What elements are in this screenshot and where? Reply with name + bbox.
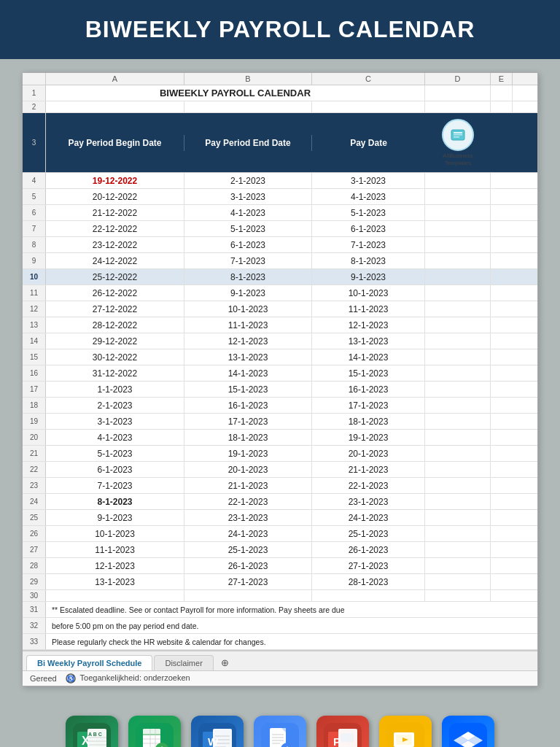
table-row: 8 23-12-2022 6-1-2023 7-1-2023 (23, 237, 537, 253)
cell-end: 22-1-2023 (184, 494, 312, 509)
cell-d (425, 205, 491, 220)
cell-pay: 12-1-2023 (312, 317, 425, 333)
cell-2c (312, 101, 425, 112)
notes-cell: before 5:00 pm on the pay period end dat… (46, 620, 537, 632)
cell-begin: 3-1-2023 (46, 414, 184, 429)
row-num: 32 (23, 618, 46, 633)
gsheets-icon[interactable]: + (128, 716, 181, 747)
cell-begin: 10-1-2023 (46, 526, 184, 541)
cell-d (425, 558, 491, 573)
excel-icon[interactable]: A B C X (66, 716, 118, 747)
cell-pay: 5-1-2023 (312, 205, 425, 220)
page-header: BIWEEKLY PAYROLL CALENDAR (0, 0, 560, 59)
table-row: 27 11-1-2023 25-1-2023 26-1-2023 (23, 542, 537, 558)
notes-row: 32 before 5:00 pm on the pay period end … (23, 618, 537, 634)
row-num: 22 (23, 462, 46, 477)
ppt-icon[interactable]: P (316, 716, 369, 747)
table-row: 9 24-12-2022 7-1-2023 8-1-2023 (23, 253, 537, 269)
tab-add-button[interactable]: ⊕ (215, 655, 235, 670)
gslides-svg (386, 723, 424, 747)
cell-end: 16-1-2023 (184, 398, 312, 413)
row-num: 8 (23, 237, 46, 252)
gdocs-svg: + (261, 723, 299, 747)
logo-icon (449, 126, 467, 144)
svg-text:+: + (284, 744, 289, 747)
cell-begin: 9-1-2023 (46, 510, 184, 525)
cell-d (425, 365, 491, 381)
cell-pay: 16-1-2023 (312, 382, 425, 397)
cell-end: 15-1-2023 (184, 382, 312, 397)
cell-end: 3-1-2023 (184, 189, 312, 204)
row-num: 23 (23, 478, 46, 493)
table-row: 13 28-12-2022 11-1-2023 12-1-2023 (23, 317, 537, 333)
notes-row: 31 ** Escalated deadline. See or contact… (23, 602, 537, 618)
row-num-3: 3 (23, 113, 46, 172)
cell-begin: 2-1-2023 (46, 398, 184, 413)
word-svg: W (198, 723, 236, 747)
cell-begin: 29-12-2022 (46, 333, 184, 349)
cell-end: 26-1-2023 (184, 558, 312, 573)
col-header-e: E (491, 73, 513, 85)
cell-pay: 24-1-2023 (312, 510, 425, 525)
cell-d (425, 253, 491, 268)
dropbox-icon[interactable] (442, 716, 494, 747)
cell-30b (184, 590, 312, 601)
table-row: 23 7-1-2023 21-1-2023 22-1-2023 (23, 478, 537, 494)
cell-d (425, 542, 491, 557)
spreadsheet: A B C D E 1 BIWEEKLY PAYROLL CALENDAR 2 … (23, 73, 537, 650)
cell-end: 23-1-2023 (184, 510, 312, 525)
cell-30c (312, 590, 425, 601)
row-num-header (23, 73, 46, 85)
cell-d (425, 173, 491, 188)
row-num: 4 (23, 173, 46, 188)
gdocs-icon[interactable]: + (254, 716, 306, 747)
cell-pay: 17-1-2023 (312, 398, 425, 413)
notes-cell: Please regularly check the HR website & … (46, 636, 537, 648)
cell-end: 14-1-2023 (184, 365, 312, 381)
cell-begin: 8-1-2023 (46, 494, 184, 509)
cell-begin: 12-1-2023 (46, 558, 184, 573)
cell-d (425, 446, 491, 461)
cell-d (425, 398, 491, 413)
row-num: 31 (23, 602, 46, 617)
status-ready: Gereed (30, 674, 57, 683)
gslides-icon[interactable] (379, 716, 432, 747)
row-num: 28 (23, 558, 46, 573)
row-num: 13 (23, 317, 46, 333)
cell-pay: 11-1-2023 (312, 301, 425, 317)
tab-biweekly[interactable]: Bi Weekly Payroll Schedule (26, 655, 152, 670)
row-num: 6 (23, 205, 46, 220)
cell-d (425, 526, 491, 541)
table-row: 17 1-1-2023 15-1-2023 16-1-2023 (23, 382, 537, 398)
table-row: 21 5-1-2023 19-1-2023 20-1-2023 (23, 446, 537, 462)
cell-end: 6-1-2023 (184, 237, 312, 252)
status-bar: Gereed ♿ Toegankelijkheid: onderzoeken (23, 670, 537, 686)
row-num: 5 (23, 189, 46, 204)
cell-pay: 27-1-2023 (312, 558, 425, 573)
table-row: 26 10-1-2023 24-1-2023 25-1-2023 (23, 526, 537, 542)
svg-rect-46 (341, 733, 354, 742)
table-row: 25 9-1-2023 23-1-2023 24-1-2023 (23, 510, 537, 526)
data-header-row: 3 Pay Period Begin Date Pay Period End D… (23, 113, 537, 173)
cell-end: 9-1-2023 (184, 285, 312, 301)
cell-begin: 27-12-2022 (46, 301, 184, 317)
col-header-row: A B C D E (23, 73, 537, 85)
table-row: 29 13-1-2023 27-1-2023 28-1-2023 (23, 574, 537, 590)
spreadsheet-title: BIWEEKLY PAYROLL CALENDAR (46, 85, 425, 101)
cell-d (425, 189, 491, 204)
cell-pay: 8-1-2023 (312, 253, 425, 268)
row-30: 30 (23, 590, 537, 602)
row-num: 12 (23, 301, 46, 317)
row-num: 26 (23, 526, 46, 541)
cell-end: 27-1-2023 (184, 574, 312, 589)
cell-2e (491, 101, 513, 112)
cell-pay: 10-1-2023 (312, 285, 425, 301)
gsheets-svg: + (136, 723, 174, 747)
row-num: 10 (23, 269, 46, 285)
cell-2b (184, 101, 312, 112)
cell-end: 25-1-2023 (184, 542, 312, 557)
row-num: 9 (23, 253, 46, 268)
word-icon[interactable]: W (191, 716, 244, 747)
cell-end: 12-1-2023 (184, 333, 312, 349)
tab-disclaimer[interactable]: Disclaimer (154, 655, 213, 670)
